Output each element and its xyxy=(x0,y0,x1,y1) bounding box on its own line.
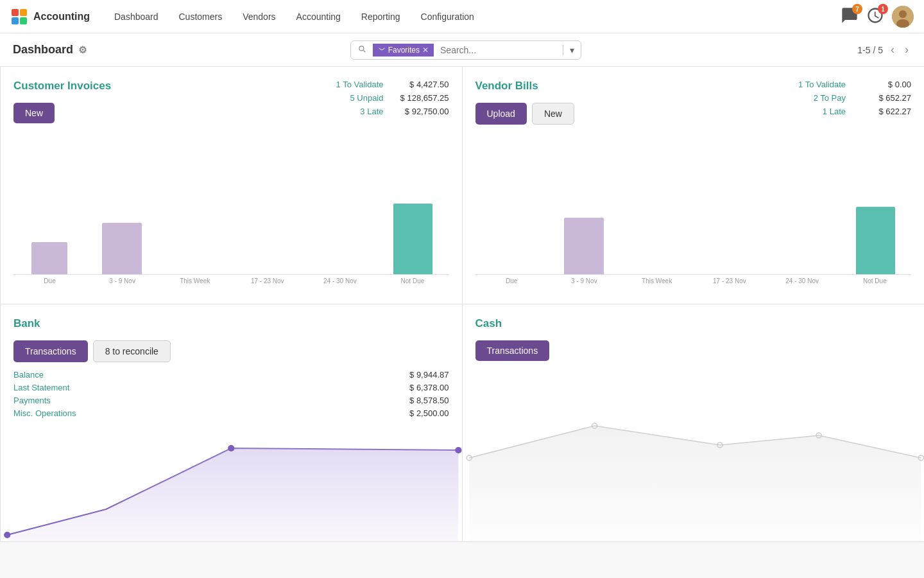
vb-stat-label-0[interactable]: 1 To Validate xyxy=(798,80,846,89)
nav-vendors[interactable]: Vendors xyxy=(234,8,284,26)
x-label-notdue: Not Due xyxy=(376,277,449,285)
nav-dashboard[interactable]: Dashboard xyxy=(105,8,167,26)
pagination-text: 1-5 / 5 xyxy=(857,45,883,55)
filter-label: Favorites xyxy=(388,46,420,55)
cash-title: Cash xyxy=(475,317,912,330)
search-icon xyxy=(351,44,373,55)
nav-accounting[interactable]: Accounting xyxy=(287,8,350,26)
vb-x-24-30: 24 - 30 Nov xyxy=(766,277,839,285)
nav-configuration[interactable]: Configuration xyxy=(412,8,483,26)
customer-invoices-new-button[interactable]: New xyxy=(13,103,55,123)
vb-stat-label-1[interactable]: 2 To Pay xyxy=(814,93,846,103)
app-brand: Accounting xyxy=(33,11,90,22)
bar-due xyxy=(31,242,67,274)
vb-bar-notdue xyxy=(839,207,911,274)
bank-stat-last-value: $ 6,378.00 xyxy=(409,383,449,392)
bank-stat-last-statement: Last Statement $ 6,378.00 xyxy=(13,383,449,392)
bank-line-chart xyxy=(1,413,462,541)
filter-close-icon[interactable]: ✕ xyxy=(422,46,429,55)
vendor-bills-upload-button[interactable]: Upload xyxy=(475,103,527,125)
subheader: Dashboard ⚙ Favorites ✕ ▾ 1-5 / 5 ‹ › xyxy=(0,33,924,67)
nav-actions: 7 1 xyxy=(841,6,914,28)
svg-point-9 xyxy=(455,447,461,453)
bank-stat-last-label[interactable]: Last Statement xyxy=(13,383,69,392)
bank-stat-payments-value: $ 8,578.50 xyxy=(409,396,449,405)
bank-chart-svg xyxy=(1,413,462,541)
ci-stat-label-1[interactable]: 5 Unpaid xyxy=(350,93,383,103)
settings-gear-icon[interactable]: ⚙ xyxy=(78,44,87,56)
svg-rect-2 xyxy=(12,17,19,24)
favorites-filter[interactable]: Favorites ✕ xyxy=(373,44,434,57)
messages-badge[interactable]: 7 xyxy=(841,6,859,26)
prev-page-button[interactable]: ‹ xyxy=(888,43,897,57)
vb-stat-value-2: $ 622.27 xyxy=(853,107,911,116)
page-title-area: Dashboard ⚙ xyxy=(13,43,87,57)
vb-x-3-9: 3 - 9 Nov xyxy=(548,277,620,285)
customer-invoices-stats: 1 To Validate$ 4,427.50 5 Unpaid$ 128,65… xyxy=(336,80,449,120)
bar-3-9 xyxy=(102,223,141,274)
vb-stat-label-2[interactable]: 1 Late xyxy=(823,107,846,116)
bank-actions: Transactions 8 to reconcile xyxy=(13,340,449,362)
bank-card: Bank Transactions 8 to reconcile Balance… xyxy=(1,304,463,542)
message-count: 7 xyxy=(852,4,862,14)
customer-invoices-card: Customer Invoices New 1 To Validate$ 4,4… xyxy=(1,67,463,304)
vb-x-axis-labels: Due 3 - 9 Nov This Week 17 - 23 Nov 24 -… xyxy=(475,277,912,285)
bank-stat-balance: Balance $ 9,944.87 xyxy=(13,370,449,380)
bank-stat-payments: Payments $ 8,578.50 xyxy=(13,396,449,405)
bar-group-notdue xyxy=(377,204,449,274)
svg-rect-0 xyxy=(12,9,19,16)
pagination: 1-5 / 5 ‹ › xyxy=(857,43,911,57)
bank-stat-balance-value: $ 9,944.87 xyxy=(409,370,449,380)
vb-x-thisweek: This Week xyxy=(620,277,693,285)
vendor-bills-new-button[interactable]: New xyxy=(532,103,574,125)
bank-stats: Balance $ 9,944.87 Last Statement $ 6,37… xyxy=(13,370,449,418)
cash-transactions-button[interactable]: Transactions xyxy=(475,340,550,361)
svg-point-5 xyxy=(899,10,907,18)
svg-rect-3 xyxy=(20,17,27,24)
page-title-text: Dashboard xyxy=(13,43,73,57)
search-dropdown-icon[interactable]: ▾ xyxy=(563,45,581,55)
customer-invoices-chart: Due 3 - 9 Nov This Week 17 - 23 Nov 24 -… xyxy=(13,197,449,285)
vendor-bills-chart: Due 3 - 9 Nov This Week 17 - 23 Nov 24 -… xyxy=(475,197,912,285)
bank-stat-balance-label[interactable]: Balance xyxy=(13,370,44,380)
app-logo-icon xyxy=(10,8,28,26)
ci-stat-label-0[interactable]: 1 To Validate xyxy=(336,80,384,89)
bank-transactions-button[interactable]: Transactions xyxy=(13,340,88,362)
cash-line-chart xyxy=(463,400,925,541)
nav-customers[interactable]: Customers xyxy=(170,8,232,26)
ci-stat-value-0: $ 4,427.50 xyxy=(391,80,449,89)
vb-x-due: Due xyxy=(475,277,548,285)
svg-rect-1 xyxy=(20,9,27,16)
top-navigation: Accounting Dashboard Customers Vendors A… xyxy=(0,0,924,33)
bank-reconcile-button[interactable]: 8 to reconcile xyxy=(93,340,171,362)
vb-bar-3-9-fill xyxy=(564,218,603,274)
cash-actions: Transactions xyxy=(475,340,912,361)
nav-reporting[interactable]: Reporting xyxy=(352,8,409,26)
next-page-button[interactable]: › xyxy=(902,43,911,57)
search-input[interactable] xyxy=(434,41,563,59)
x-axis-labels: Due 3 - 9 Nov This Week 17 - 23 Nov 24 -… xyxy=(13,277,449,285)
app-logo-area[interactable]: Accounting xyxy=(10,8,90,26)
search-bar: Favorites ✕ ▾ xyxy=(350,40,581,60)
user-avatar[interactable] xyxy=(892,6,914,28)
ci-stat-label-2[interactable]: 3 Late xyxy=(360,107,383,116)
filter-icon xyxy=(378,46,386,54)
nav-menu: Dashboard Customers Vendors Accounting R… xyxy=(105,8,841,26)
bar-notdue xyxy=(393,204,432,274)
svg-point-8 xyxy=(228,445,234,451)
vb-bar-notdue-fill xyxy=(856,207,895,274)
vb-chart-baseline xyxy=(475,274,912,275)
x-label-thisweek: This Week xyxy=(158,277,231,285)
clock-badge[interactable]: 1 xyxy=(866,6,884,26)
bar-group-due xyxy=(13,242,85,274)
avatar-image xyxy=(892,6,914,28)
svg-point-7 xyxy=(4,532,10,538)
vendor-bills-stats: 1 To Validate$ 0.00 2 To Pay$ 652.27 1 L… xyxy=(798,80,911,120)
vb-x-17-23: 17 - 23 Nov xyxy=(693,277,766,285)
bank-stat-payments-label[interactable]: Payments xyxy=(13,396,51,405)
vb-x-notdue: Not Due xyxy=(839,277,911,285)
x-label-17-23: 17 - 23 Nov xyxy=(231,277,304,285)
vb-stat-value-1: $ 652.27 xyxy=(853,93,911,103)
x-label-due: Due xyxy=(13,277,86,285)
ci-stat-value-1: $ 128,657.25 xyxy=(391,93,449,103)
